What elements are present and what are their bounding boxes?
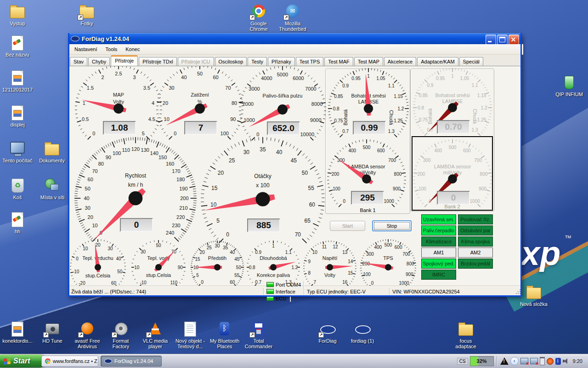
svg-text:80: 80 [98,161,104,167]
start-menu-button[interactable]: Start [0,355,46,368]
desktop-icon[interactable]: 12112012017 [1,70,34,92]
desktop-icon[interactable]: Bez názvu [1,35,34,58]
stop-button[interactable]: Stop [372,220,412,231]
image-icon [11,105,23,121]
volume-icon[interactable] [563,358,569,364]
desktop-icon[interactable]: konektordis... [1,321,34,344]
desktop-icon[interactable]: displej [1,105,34,127]
desktop-icon[interactable]: Tento počítač [1,141,34,163]
svg-text:50: 50 [156,243,161,248]
svg-text:60: 60 [88,177,93,182]
tab-test-maf[interactable]: Test MAF [324,57,353,66]
gauge-needle [204,195,275,211]
gauge-dlouhodoba_korekce: 0.70.80.911.11.21.3DlouhodobáKorekce pal… [247,241,300,286]
bluetooth-icon[interactable]: ᛒ [555,358,561,365]
menu-item-konec[interactable]: Konec [121,45,144,53]
desktop-icon[interactable]: ᛒMy Bluetooth Places [208,321,241,349]
taskbar-task-2[interactable]: ForDiag v1.24.04 [101,356,162,367]
svg-text:12: 12 [333,244,338,249]
ford-icon [355,325,371,334]
svg-text:700: 700 [402,252,410,257]
battery-meter: 32% [470,356,494,366]
svg-text:5: 5 [196,273,199,278]
led-label: ECU [276,296,286,301]
desktop-icon[interactable]: ↗VLC media player [139,321,172,349]
gauge-needle [94,188,146,240]
tab-stav[interactable]: Stav [70,57,87,66]
tab-test-map[interactable]: Test MAP [354,57,383,66]
desktop-icon[interactable]: ↗Format Factory [104,321,137,349]
xp-logo-xp: xp [521,234,560,273]
desktop-icon[interactable]: QIP INFIUM [553,75,586,97]
tab-adaptace-kam[interactable]: Adaptace/KAM [417,57,458,66]
menu-item-tools[interactable]: Tools [102,45,122,53]
desktop-icon[interactable]: hh [1,212,34,234]
battery-icon[interactable] [540,357,545,365]
desktop-icon[interactable]: ↗HD Tune [36,321,69,344]
taskbar-task-1[interactable]: www.fordfans.cz • Z... [41,356,98,367]
tab-speci-l[interactable]: Speciál [459,57,483,66]
desktop-icon[interactable]: ↗avast! Free Antivirus [71,321,104,349]
desktop-icon[interactable]: fordiag (1) [346,321,379,344]
network-offline-icon[interactable] [520,358,528,364]
collapse-chevron-icon[interactable]: ‹ [510,357,519,365]
gauge-needle [154,251,175,272]
clock[interactable]: 9:20 [571,358,584,364]
gauge-needle [269,262,296,270]
desktop-icon[interactable]: ↗ForDiag [311,321,344,344]
maximize-icon[interactable] [497,34,508,45]
desktop-icon-label: Koš [13,195,22,200]
gauge-needle [194,265,222,269]
gauge-value-otacky: 885 [247,218,280,232]
taskbar: Start www.fordfans.cz • Z...ForDiag v1.2… [0,354,588,368]
desktop-icon-label: avast! Free Antivirus [71,338,104,349]
folder-icon [458,324,473,336]
tab-osciloskop[interactable]: Osciloskop [215,57,247,66]
svg-text:50: 50 [236,265,242,270]
warning-icon[interactable] [500,357,509,365]
bluetooth-icon: ᛒ [220,322,229,335]
window-titlebar[interactable]: ForDiag v1.24.04 [68,33,522,44]
desktop-icon[interactable]: Nový objekt - Textový d... [174,321,207,349]
svg-text:2.5: 2.5 [115,71,122,76]
svg-text:Předstih: Předstih [208,255,226,261]
indicator-imrc: IMRC [421,270,456,280]
tab-akcelerace[interactable]: Akcelerace [384,57,416,66]
desktop-icon[interactable]: ♻Koš [1,178,34,200]
desktop-icon[interactable]: Dokumenty [35,141,68,163]
minimize-icon[interactable] [486,34,496,45]
computer-icon [10,142,25,154]
desktop-icon[interactable]: ↗Google Chrome [242,4,275,32]
desktop-icon[interactable]: Místa v síti [36,178,69,200]
tab-testy[interactable]: Testy [248,57,267,66]
desktop-icon[interactable]: ↗Total Commander [242,321,275,349]
tab-chyby[interactable]: Chyby [88,57,110,66]
network-disabled-icon[interactable] [530,358,538,364]
desktop-icon[interactable]: Vystup [1,4,34,26]
desktop-icon-label: Vystup [10,21,25,26]
antivirus-icon[interactable] [547,358,554,365]
gauge-tps: 01002003004005006007008009001000TPS [360,239,416,287]
menu-item-nastavení[interactable]: Nastavení [70,45,102,53]
fordiag-logo-icon [71,36,79,41]
desktop-icon[interactable]: Nová složka [517,284,550,307]
shortcut-arrow-icon: ↗ [78,332,84,338]
svg-text:20: 20 [163,100,168,106]
start-button[interactable]: Start [330,221,365,231]
language-indicator[interactable]: CS [457,358,468,365]
close-icon[interactable] [509,34,519,45]
desktop-icon-label: My Bluetooth Places [208,338,241,349]
desktop-icon[interactable]: ↗Fotky [70,4,103,26]
tab-p-znaky[interactable]: Příznaky [268,57,295,66]
indicator-am1: AM1 [421,247,456,258]
svg-text:900: 900 [406,272,413,277]
tab-test-tps[interactable]: Test TPS [296,57,323,66]
tab-p-stroje[interactable]: Přístroje [111,55,138,66]
tab-p-stroje-tdxl[interactable]: Přístroje TDxl [139,57,176,66]
led-label: Interface [276,289,295,294]
desktop-icon[interactable]: focus adaptace [449,321,482,349]
desktop-icon[interactable]: ✉↗Mozilla Thunderbird [276,4,309,32]
gauge-value-palivo_sirka_pulzu: 652.0 [267,121,300,135]
shortcut-arrow-icon: ↗ [78,15,83,20]
resize-grip[interactable] [515,288,521,295]
